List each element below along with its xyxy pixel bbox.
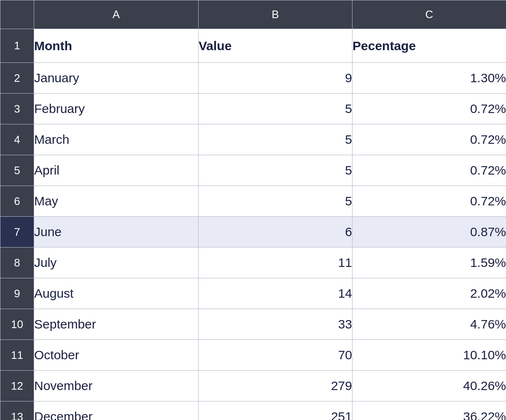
table-row[interactable]: 5April50.72% [0, 155, 506, 186]
row-num-13: 13 [0, 401, 34, 420]
cell-month-1[interactable]: February [34, 94, 199, 124]
row-num-5: 5 [0, 155, 34, 186]
cell-value-2[interactable]: 5 [199, 124, 353, 155]
table-row[interactable]: 10September334.76% [0, 309, 506, 340]
spreadsheet: A B C 1 Month Value Pecentage 2January91… [0, 0, 506, 420]
cell-value-8[interactable]: 33 [199, 309, 353, 340]
cell-value-1[interactable]: 5 [199, 94, 353, 124]
cell-month-0[interactable]: January [34, 63, 199, 94]
cell-pct-11[interactable]: 36.22% [353, 401, 506, 420]
row-num-10: 10 [0, 309, 34, 340]
cell-pct-0[interactable]: 1.30% [353, 63, 506, 94]
table-row[interactable]: 11October7010.10% [0, 340, 506, 371]
cell-month-4[interactable]: May [34, 186, 199, 217]
cell-pct-3[interactable]: 0.72% [353, 155, 506, 186]
row-num-6: 6 [0, 186, 34, 217]
cell-value-7[interactable]: 14 [199, 278, 353, 309]
row-num-9: 9 [0, 278, 34, 309]
value-header[interactable]: Value [199, 29, 353, 63]
cell-month-9[interactable]: October [34, 340, 199, 371]
cell-month-7[interactable]: August [34, 278, 199, 309]
cell-pct-7[interactable]: 2.02% [353, 278, 506, 309]
col-a-header[interactable]: A [34, 0, 199, 29]
cell-month-6[interactable]: July [34, 248, 199, 278]
row-num-11: 11 [0, 340, 34, 371]
corner-cell [0, 0, 34, 29]
table-row[interactable]: 3February50.72% [0, 94, 506, 124]
column-header-row: A B C [0, 0, 506, 29]
cell-value-3[interactable]: 5 [199, 155, 353, 186]
row-num-3: 3 [0, 94, 34, 124]
cell-month-10[interactable]: November [34, 371, 199, 401]
col-c-header[interactable]: C [353, 0, 506, 29]
table-row[interactable]: 7June60.87% [0, 217, 506, 248]
row-num-1: 1 [0, 29, 34, 63]
cell-value-5[interactable]: 6 [199, 217, 353, 248]
percentage-header[interactable]: Pecentage [353, 29, 506, 63]
cell-pct-6[interactable]: 1.59% [353, 248, 506, 278]
cell-value-6[interactable]: 11 [199, 248, 353, 278]
table-row[interactable]: 8July111.59% [0, 248, 506, 278]
table-row[interactable]: 2January91.30% [0, 63, 506, 94]
row-num-7: 7 [0, 217, 34, 248]
table-row[interactable]: 6May50.72% [0, 186, 506, 217]
col-b-header[interactable]: B [199, 0, 353, 29]
cell-month-3[interactable]: April [34, 155, 199, 186]
table-row[interactable]: 4March50.72% [0, 124, 506, 155]
month-header[interactable]: Month [34, 29, 199, 63]
cell-month-11[interactable]: December [34, 401, 199, 420]
cell-pct-4[interactable]: 0.72% [353, 186, 506, 217]
cell-value-9[interactable]: 70 [199, 340, 353, 371]
cell-pct-1[interactable]: 0.72% [353, 94, 506, 124]
cell-pct-8[interactable]: 4.76% [353, 309, 506, 340]
cell-value-4[interactable]: 5 [199, 186, 353, 217]
cell-value-11[interactable]: 251 [199, 401, 353, 420]
header-row: 1 Month Value Pecentage [0, 29, 506, 63]
cell-value-10[interactable]: 279 [199, 371, 353, 401]
row-num-2: 2 [0, 63, 34, 94]
cell-month-8[interactable]: September [34, 309, 199, 340]
cell-pct-2[interactable]: 0.72% [353, 124, 506, 155]
table-row[interactable]: 12November27940.26% [0, 371, 506, 401]
cell-month-5[interactable]: June [34, 217, 199, 248]
cell-pct-5[interactable]: 0.87% [353, 217, 506, 248]
cell-month-2[interactable]: March [34, 124, 199, 155]
row-num-8: 8 [0, 248, 34, 278]
cell-pct-9[interactable]: 10.10% [353, 340, 506, 371]
table-row[interactable]: 9August142.02% [0, 278, 506, 309]
cell-pct-10[interactable]: 40.26% [353, 371, 506, 401]
row-num-12: 12 [0, 371, 34, 401]
cell-value-0[interactable]: 9 [199, 63, 353, 94]
table-row[interactable]: 13December25136.22% [0, 401, 506, 420]
row-num-4: 4 [0, 124, 34, 155]
